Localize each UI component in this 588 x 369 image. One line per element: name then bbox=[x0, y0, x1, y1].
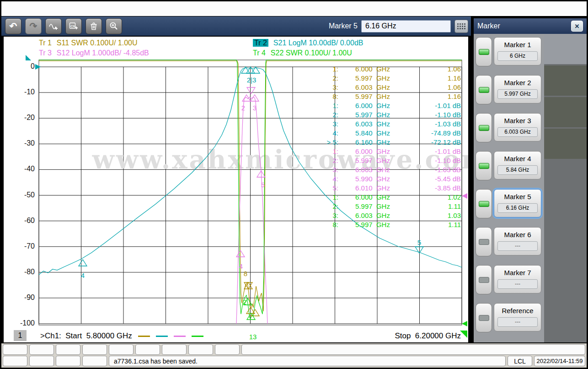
zoom-button[interactable] bbox=[106, 18, 122, 34]
status-button[interactable] bbox=[162, 344, 187, 355]
status-button[interactable] bbox=[56, 344, 80, 355]
marker-button[interactable]: Marker 4 5.84 GHz bbox=[494, 151, 541, 179]
marker-toggle-button[interactable] bbox=[476, 75, 492, 104]
status-button[interactable] bbox=[109, 344, 134, 355]
add-trace-button[interactable] bbox=[45, 18, 62, 34]
toggle-led bbox=[479, 125, 489, 131]
marker-readout-row: > 5:6.160 GHz-72.12 dB bbox=[312, 138, 462, 147]
marker-number-label: 13 bbox=[249, 333, 257, 341]
y-axis-label: -100 bbox=[13, 319, 35, 327]
marker-number-label: 4 bbox=[81, 271, 85, 279]
status-button[interactable] bbox=[135, 344, 160, 355]
reference-level-arrow bbox=[26, 55, 31, 60]
add-channel-icon: Ch bbox=[69, 21, 79, 31]
marker-button-value: 6.16 GHz bbox=[497, 203, 538, 213]
marker-button[interactable]: Marker 5 6.16 GHz bbox=[494, 189, 541, 217]
marker-readout-number: 8: bbox=[312, 92, 338, 101]
status-button[interactable] bbox=[188, 344, 213, 355]
marker-button-label: Marker 7 bbox=[494, 269, 541, 277]
status-button[interactable] bbox=[29, 356, 54, 366]
menu-item[interactable] bbox=[65, 1, 78, 16]
channel-tab[interactable]: 1 bbox=[14, 330, 27, 341]
panel-tab[interactable] bbox=[544, 129, 587, 159]
status-button[interactable] bbox=[56, 356, 80, 366]
trace2-format: S21 LogM 10.00dB/ 0.00dB bbox=[273, 39, 363, 47]
redo-button[interactable]: ↷ bbox=[25, 18, 42, 34]
trace4-number: Tr 4 bbox=[253, 49, 266, 57]
marker-toggle-button[interactable] bbox=[476, 265, 492, 294]
trace1-format: S11 SWR 0.100U/ 1.00U bbox=[57, 39, 138, 47]
marker-button-value: 5.84 GHz bbox=[497, 165, 538, 175]
marker-readout-number: 5: bbox=[312, 184, 338, 193]
undo-button[interactable]: ↶ bbox=[5, 18, 21, 34]
lcl-button[interactable]: LCL bbox=[508, 356, 532, 366]
marker-button[interactable]: Marker 7 --- bbox=[494, 265, 541, 293]
status-button[interactable] bbox=[3, 344, 27, 355]
marker-readout-frequency: 6.160 GHz bbox=[338, 138, 407, 147]
toggle-led bbox=[479, 277, 489, 283]
marker-readout-number: > 5: bbox=[312, 138, 338, 147]
marker-toggle-button[interactable] bbox=[476, 113, 492, 142]
marker-readout-number: 3: bbox=[312, 211, 338, 220]
marker-readout-number: 2: bbox=[312, 156, 338, 165]
marker-symbol bbox=[79, 260, 87, 266]
y-axis-label: -40 bbox=[13, 165, 35, 173]
marker-toggle-button[interactable] bbox=[476, 227, 492, 256]
keypad-button[interactable] bbox=[454, 20, 468, 33]
status-button[interactable] bbox=[82, 344, 107, 355]
marker-readout-frequency: 6.010 GHz bbox=[338, 184, 407, 193]
marker-readout-frequency: 5.840 GHz bbox=[338, 129, 407, 138]
menu-item[interactable] bbox=[53, 1, 65, 16]
marker-button[interactable]: Marker 2 5.997 GHz bbox=[494, 75, 541, 103]
menu-item[interactable] bbox=[14, 1, 27, 16]
marker-readout-row: 4:5.840 GHz-74.89 dB bbox=[312, 129, 462, 138]
marker-readout-value: -74.89 dB bbox=[407, 129, 462, 138]
marker-frequency-input[interactable] bbox=[361, 20, 451, 33]
marker-readout-frequency: 5.997 GHz bbox=[338, 220, 407, 229]
marker-readout-value: -1.03 dB bbox=[407, 119, 462, 129]
marker-toggle-button[interactable] bbox=[476, 303, 492, 332]
status-bar: a7736.1.csa has been saved. LCL 2022/02/… bbox=[1, 343, 587, 368]
marker-number-label: 8 bbox=[244, 270, 247, 277]
menu-item[interactable] bbox=[40, 1, 53, 16]
marker-number-label: 3 bbox=[253, 104, 257, 112]
marker-toggle-button[interactable] bbox=[476, 37, 492, 66]
marker-row: Marker 1 6 GHz bbox=[476, 37, 544, 66]
marker-readout-row: 3:6.003 GHz1.03 bbox=[312, 211, 462, 220]
panel-tab[interactable] bbox=[544, 65, 587, 96]
panel-tab[interactable] bbox=[544, 34, 587, 64]
datetime-display: 2022/02/14-11:59 bbox=[534, 356, 585, 366]
status-button[interactable] bbox=[215, 344, 240, 355]
status-row-1 bbox=[3, 344, 585, 355]
status-button[interactable] bbox=[82, 356, 107, 366]
marker-readout-number: 3: bbox=[312, 83, 338, 92]
status-message-field: a7736.1.csa has been saved. bbox=[109, 356, 506, 366]
marker-button[interactable]: Reference --- bbox=[494, 303, 541, 331]
marker-button[interactable]: Marker 1 6 GHz bbox=[494, 37, 541, 65]
marker-row: Marker 4 5.84 GHz bbox=[476, 151, 544, 180]
toggle-led bbox=[479, 87, 489, 93]
menu-item[interactable] bbox=[27, 1, 40, 16]
marker-readout-value: -1.10 dB bbox=[407, 110, 462, 119]
status-button[interactable] bbox=[3, 356, 27, 366]
panel-tab[interactable] bbox=[544, 97, 587, 127]
menu-item[interactable] bbox=[1, 1, 14, 16]
trace4-format: S22 SWR 0.100U/ 1.00U bbox=[271, 49, 352, 57]
marker-readout-number: 2: bbox=[312, 202, 338, 211]
delete-button[interactable] bbox=[86, 18, 102, 34]
trace3-number: Tr 3 bbox=[39, 49, 52, 57]
marker-toggle-button[interactable] bbox=[476, 151, 492, 180]
add-channel-button[interactable]: Ch bbox=[65, 18, 82, 34]
marker-number-label: 2 bbox=[241, 104, 245, 112]
trace4-header[interactable]: Tr 4S22 SWR 0.100U/ 1.00U bbox=[253, 49, 352, 57]
trace1-header[interactable]: Tr 1S11 SWR 0.100U/ 1.00U bbox=[39, 39, 138, 47]
trace3-header[interactable]: Tr 3S12 LogM 1.000dB/ -4.85dB bbox=[39, 49, 149, 57]
marker-button[interactable]: Marker 6 --- bbox=[494, 227, 541, 255]
panel-close-button[interactable]: ✕ bbox=[571, 21, 583, 32]
marker-button[interactable]: Marker 3 6.003 GHz bbox=[494, 113, 541, 141]
marker-readout-row: 3:6.003 GHz-1.03 dB bbox=[312, 165, 462, 174]
marker-toggle-button[interactable] bbox=[476, 189, 492, 218]
status-button[interactable] bbox=[29, 344, 54, 355]
trace2-header[interactable]: Tr 2S21 LogM 10.00dB/ 0.00dB bbox=[253, 39, 363, 47]
y-axis-label: -60 bbox=[13, 217, 35, 225]
